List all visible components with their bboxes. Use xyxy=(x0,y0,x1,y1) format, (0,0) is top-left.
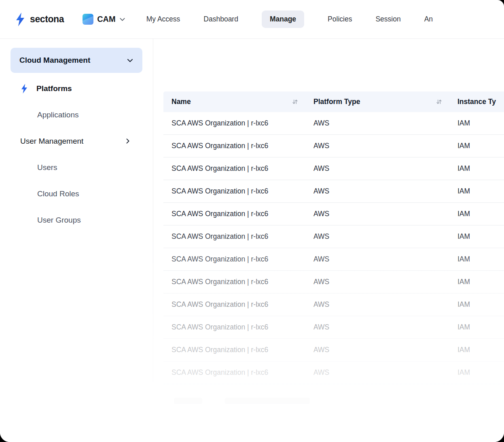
cell-name: SCA AWS Organization | r-lxc6 xyxy=(163,232,305,241)
cell-instance-type: IAM xyxy=(449,119,504,128)
column-label: Name xyxy=(172,98,191,106)
cell-platform-type: AWS xyxy=(305,142,449,150)
table-header-row: NamePlatform TypeInstance Ty xyxy=(163,91,504,112)
pagination-ghost-bar xyxy=(225,398,310,404)
sidebar-item-label: User Management xyxy=(20,137,83,146)
sidebar-divider xyxy=(153,39,153,383)
cell-name: SCA AWS Organization | r-lxc6 xyxy=(163,164,305,173)
sidebar-item-label: Applications xyxy=(37,110,78,119)
platforms-bolt-icon xyxy=(20,84,28,94)
cell-instance-type: IAM xyxy=(449,232,504,241)
cell-instance-type: IAM xyxy=(449,368,504,377)
column-header-instance-ty: Instance Ty xyxy=(449,91,504,112)
sort-icon[interactable] xyxy=(292,99,298,105)
sidebar-item-user-groups[interactable]: User Groups xyxy=(0,207,153,233)
app-window: sectona CAM My AccessDashboardManagePoli… xyxy=(0,0,504,442)
sidebar-group-cloud-management[interactable]: Cloud Management xyxy=(11,48,142,73)
platforms-table: NamePlatform TypeInstance Ty SCA AWS Org… xyxy=(163,91,504,404)
sidebar-item-label: Cloud Roles xyxy=(37,189,79,198)
column-label: Platform Type xyxy=(313,98,360,106)
nav-item-my-access[interactable]: My Access xyxy=(146,15,180,23)
sidebar-item-cloud-roles[interactable]: Cloud Roles xyxy=(0,181,153,207)
cell-name: SCA AWS Organization | r-lxc6 xyxy=(163,368,305,377)
cell-instance-type: IAM xyxy=(449,255,504,264)
cell-name: SCA AWS Organization | r-lxc6 xyxy=(163,119,305,128)
pagination-faded xyxy=(174,398,504,404)
cell-platform-type: AWS xyxy=(305,346,449,354)
nav-item-session[interactable]: Session xyxy=(375,15,400,23)
sidebar-items: PlatformsApplicationsUser ManagementUser… xyxy=(0,75,153,233)
cell-platform-type: AWS xyxy=(305,368,449,377)
table-row[interactable]: SCA AWS Organization | r-lxc6AWSIAM xyxy=(163,135,504,157)
cam-logo-icon xyxy=(83,14,93,25)
cell-name: SCA AWS Organization | r-lxc6 xyxy=(163,278,305,286)
table-row[interactable]: SCA AWS Organization | r-lxc6AWSIAM xyxy=(163,157,504,180)
column-label: Instance Ty xyxy=(457,98,496,106)
navbar-items: My AccessDashboardManagePoliciesSessionA… xyxy=(146,11,433,28)
cell-instance-type: IAM xyxy=(449,278,504,286)
cell-platform-type: AWS xyxy=(305,255,449,264)
table-row[interactable]: SCA AWS Organization | r-lxc6AWSIAM xyxy=(163,316,504,339)
product-switcher[interactable]: CAM xyxy=(83,14,125,25)
column-header-platform-type[interactable]: Platform Type xyxy=(305,91,449,112)
table-row[interactable]: SCA AWS Organization | r-lxc6AWSIAM xyxy=(163,112,504,135)
cell-platform-type: AWS xyxy=(305,278,449,286)
sidebar-item-user-management[interactable]: User Management xyxy=(0,128,153,154)
sidebar-item-users[interactable]: Users xyxy=(0,154,153,181)
cell-instance-type: IAM xyxy=(449,300,504,309)
cell-instance-type: IAM xyxy=(449,187,504,196)
top-navbar: sectona CAM My AccessDashboardManagePoli… xyxy=(0,0,504,39)
table-row[interactable]: SCA AWS Organization | r-lxc6AWSIAM xyxy=(163,225,504,248)
cell-name: SCA AWS Organization | r-lxc6 xyxy=(163,142,305,150)
table-body: SCA AWS Organization | r-lxc6AWSIAMSCA A… xyxy=(163,112,504,384)
brand-logo[interactable]: sectona xyxy=(15,13,64,26)
cell-name: SCA AWS Organization | r-lxc6 xyxy=(163,323,305,332)
brand-name: sectona xyxy=(30,14,64,25)
cell-platform-type: AWS xyxy=(305,232,449,241)
table-row[interactable]: SCA AWS Organization | r-lxc6AWSIAM xyxy=(163,180,504,203)
cell-platform-type: AWS xyxy=(305,323,449,332)
table-row[interactable]: SCA AWS Organization | r-lxc6AWSIAM xyxy=(163,248,504,271)
table-row[interactable]: SCA AWS Organization | r-lxc6AWSIAM xyxy=(163,293,504,316)
table-row[interactable]: SCA AWS Organization | r-lxc6AWSIAM xyxy=(163,339,504,361)
cell-instance-type: IAM xyxy=(449,323,504,332)
sidebar: Cloud Management PlatformsApplicationsUs… xyxy=(0,39,153,233)
cell-name: SCA AWS Organization | r-lxc6 xyxy=(163,346,305,354)
cell-instance-type: IAM xyxy=(449,346,504,354)
chevron-right-icon xyxy=(125,138,130,144)
cell-name: SCA AWS Organization | r-lxc6 xyxy=(163,255,305,264)
cell-platform-type: AWS xyxy=(305,164,449,173)
sidebar-item-label: Platforms xyxy=(36,84,72,93)
sort-icon[interactable] xyxy=(436,99,442,105)
sidebar-group-label: Cloud Management xyxy=(19,56,90,65)
chevron-down-icon xyxy=(119,17,125,22)
sidebar-item-label: Users xyxy=(37,163,57,172)
sidebar-item-platforms[interactable]: Platforms xyxy=(0,75,153,102)
nav-item-an[interactable]: An xyxy=(424,15,433,23)
cell-instance-type: IAM xyxy=(449,210,504,218)
column-header-name[interactable]: Name xyxy=(163,91,305,112)
cell-instance-type: IAM xyxy=(449,142,504,150)
cell-instance-type: IAM xyxy=(449,164,504,173)
chevron-down-icon xyxy=(127,58,133,63)
nav-item-policies[interactable]: Policies xyxy=(328,15,352,23)
cell-name: SCA AWS Organization | r-lxc6 xyxy=(163,187,305,196)
nav-item-manage[interactable]: Manage xyxy=(262,11,304,28)
pagination-ghost-bar xyxy=(174,398,202,404)
cell-name: SCA AWS Organization | r-lxc6 xyxy=(163,210,305,218)
product-label: CAM xyxy=(97,15,116,24)
nav-item-dashboard[interactable]: Dashboard xyxy=(203,15,238,23)
cell-platform-type: AWS xyxy=(305,210,449,218)
table-row[interactable]: SCA AWS Organization | r-lxc6AWSIAM xyxy=(163,361,504,384)
sidebar-item-label: User Groups xyxy=(37,216,81,225)
cell-platform-type: AWS xyxy=(305,187,449,196)
cell-platform-type: AWS xyxy=(305,300,449,309)
sidebar-item-applications[interactable]: Applications xyxy=(0,102,153,128)
cell-name: SCA AWS Organization | r-lxc6 xyxy=(163,300,305,309)
cell-platform-type: AWS xyxy=(305,119,449,128)
sectona-bolt-icon xyxy=(15,13,26,26)
table-row[interactable]: SCA AWS Organization | r-lxc6AWSIAM xyxy=(163,203,504,225)
table-row[interactable]: SCA AWS Organization | r-lxc6AWSIAM xyxy=(163,271,504,293)
